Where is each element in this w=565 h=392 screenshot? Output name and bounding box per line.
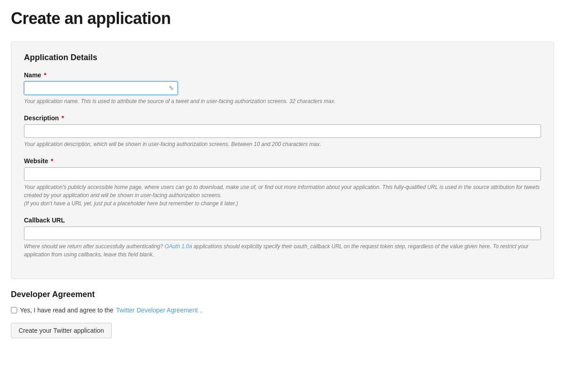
name-input[interactable]	[24, 81, 178, 95]
application-details-title: Application Details	[24, 53, 541, 62]
description-field-hint: Your application description, which will…	[24, 140, 541, 148]
page-title: Create an application	[11, 9, 554, 28]
agreement-row: Yes, I have read and agree to the Twitte…	[11, 307, 554, 314]
callback-url-field-hint: Where should we return after successfull…	[24, 242, 541, 259]
website-field-hint: Your application's publicly accessible h…	[24, 183, 541, 208]
name-input-wrapper: ✎	[24, 81, 178, 95]
developer-agreement-section: Developer Agreement Yes, I have read and…	[11, 290, 554, 338]
oauth-link[interactable]: OAuth 1.0a	[165, 243, 192, 250]
agreement-checkbox[interactable]	[11, 307, 17, 313]
create-application-button[interactable]: Create your Twitter application	[11, 323, 112, 338]
callback-url-label: Callback URL	[24, 217, 541, 224]
website-field-group: Website * Your application's publicly ac…	[24, 157, 541, 208]
name-label: Name *	[24, 71, 541, 79]
name-input-icon: ✎	[169, 85, 174, 92]
name-required-marker: *	[42, 71, 46, 79]
agreement-text-after: .	[200, 307, 202, 314]
description-input[interactable]	[24, 124, 541, 138]
website-input[interactable]	[24, 167, 541, 181]
developer-agreement-title: Developer Agreement	[11, 290, 554, 299]
twitter-developer-agreement-link[interactable]: Twitter Developer Agreement	[116, 307, 198, 314]
description-required-marker: *	[60, 114, 64, 122]
website-required-marker: *	[49, 157, 53, 165]
application-details-section: Application Details Name * ✎ Your applic…	[11, 42, 554, 279]
description-label: Description *	[24, 114, 541, 122]
name-field-hint: Your application name. This is used to a…	[24, 97, 541, 105]
callback-url-input[interactable]	[24, 227, 541, 240]
name-field-group: Name * ✎ Your application name. This is …	[24, 71, 541, 105]
callback-url-field-group: Callback URL Where should we return afte…	[24, 217, 541, 259]
description-field-group: Description * Your application descripti…	[24, 114, 541, 148]
website-label: Website *	[24, 157, 541, 165]
agreement-text-before: Yes, I have read and agree to the	[20, 307, 114, 314]
